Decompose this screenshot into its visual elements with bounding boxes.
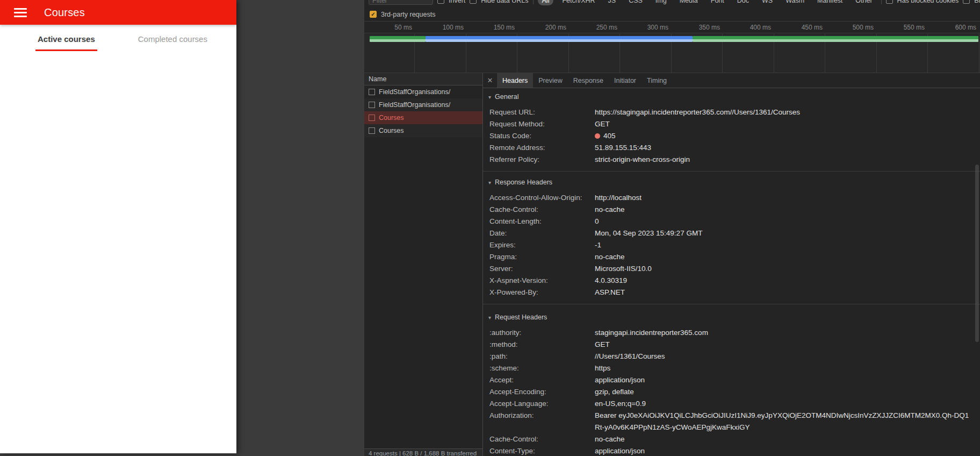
filter-type-js[interactable]: JS	[604, 0, 621, 5]
timeline-tick-label: 600 ms	[936, 24, 976, 31]
hide-data-urls-checkbox[interactable]	[470, 0, 477, 4]
filter-type-font[interactable]: Font	[707, 0, 729, 5]
gridline	[979, 34, 979, 73]
overview-bar-blue	[426, 36, 693, 42]
tab-active-courses[interactable]: Active courses	[35, 25, 97, 51]
request-row-selected[interactable]: Courses	[364, 111, 482, 124]
network-summary-bar: 4 requests | 628 B / 1,688 B transferred	[364, 448, 482, 456]
section-general[interactable]: ▾ General	[483, 90, 980, 103]
chevron-down-icon: ▾	[488, 180, 491, 186]
header-row: :authority: stagingapi.incidentreporter3…	[483, 327, 980, 339]
header-row: Cache-Control: no-cache	[483, 204, 980, 216]
timeline-tick-label: 250 ms	[578, 24, 617, 31]
document-icon	[369, 115, 375, 121]
timeline-tick-label: 200 ms	[527, 24, 566, 31]
header-row: Request URL: https://stagingapi.incident…	[483, 106, 980, 118]
header-row: Server: Microsoft-IIS/10.0	[483, 263, 980, 275]
third-party-checkbox[interactable]: ✓	[370, 11, 377, 18]
header-value: Mon, 04 Sep 2023 15:49:27 GMT	[595, 227, 702, 239]
header-row: Access-Control-Allow-Origin: http://loca…	[483, 192, 980, 204]
timeline-tick-label: 500 ms	[834, 24, 874, 31]
header-row: Expires: -1	[483, 239, 980, 251]
invert-checkbox[interactable]	[437, 0, 444, 4]
request-row[interactable]: Courses	[364, 124, 482, 137]
blocked-requests-label: Blocked Requests	[974, 0, 980, 4]
section-response-headers[interactable]: ▾ Response Headers	[483, 176, 980, 189]
section-title: General	[495, 93, 518, 101]
network-main-area: Name FieldStaffOrganisations/ FieldStaff…	[364, 73, 980, 456]
overview-bar-green	[370, 36, 426, 42]
response-header-rows: Access-Control-Allow-Origin: http://loca…	[483, 192, 980, 298]
filter-type-all[interactable]: All	[538, 0, 554, 5]
filter-type-fetch-xhr[interactable]: Fetch/XHR	[558, 0, 599, 5]
name-column-header[interactable]: Name	[364, 73, 482, 86]
filter-type-css[interactable]: CSS	[624, 0, 647, 5]
tab-timing[interactable]: Timing	[642, 73, 672, 88]
waterfall-overview[interactable]	[364, 34, 980, 73]
menu-button[interactable]	[14, 8, 27, 17]
network-filter-input[interactable]	[369, 0, 433, 5]
filter-type-doc[interactable]: Doc	[733, 0, 753, 5]
timeline-tick-label: 400 ms	[731, 24, 771, 31]
has-blocked-cookies-label: Has blocked cookies	[897, 0, 959, 4]
details-tab-bar: ✕ Headers Preview Response Initiator Tim…	[483, 73, 980, 88]
header-value: no-cache	[595, 251, 625, 263]
timeline-tick-label: 100 ms	[424, 24, 464, 31]
tab-response[interactable]: Response	[568, 73, 609, 88]
request-row[interactable]: FieldStaffOrganisations/	[364, 98, 482, 111]
request-list: Name FieldStaffOrganisations/ FieldStaff…	[364, 73, 483, 456]
close-icon[interactable]: ✕	[483, 73, 497, 88]
status-error-dot	[595, 133, 600, 139]
header-name: Accept-Language:	[489, 398, 595, 410]
tab-headers[interactable]: Headers	[497, 73, 533, 88]
header-name: Status Code:	[489, 130, 595, 142]
chevron-down-icon: ▾	[488, 94, 491, 100]
header-value: application/json	[595, 445, 645, 456]
header-value: http://localhost	[595, 192, 642, 204]
document-icon	[369, 127, 375, 134]
header-value: stagingapi.incidentreporter365.com	[595, 327, 708, 339]
header-name: Pragma:	[489, 251, 595, 263]
blocked-requests-checkbox[interactable]	[963, 0, 970, 4]
request-header-rows: :authority: stagingapi.incidentreporter3…	[483, 327, 980, 456]
filter-type-ws[interactable]: WS	[758, 0, 777, 5]
check-icon: ✓	[371, 11, 375, 17]
filter-type-manifest[interactable]: Manifest	[813, 0, 847, 5]
third-party-row: ✓ 3rd-party requests	[364, 8, 980, 22]
document-icon	[369, 102, 375, 108]
header-value: gzip, deflate	[595, 386, 634, 398]
tab-preview[interactable]: Preview	[533, 73, 567, 88]
header-name: Remote Address:	[489, 142, 595, 154]
timeline-tick-label: 300 ms	[629, 24, 668, 31]
header-value: strict-origin-when-cross-origin	[595, 154, 690, 166]
filter-type-wasm[interactable]: Wasm	[781, 0, 809, 5]
header-row: Content-Length: 0	[483, 216, 980, 227]
header-name: Referrer Policy:	[489, 154, 595, 166]
header-row: Remote Address: 51.89.155.15:443	[483, 142, 980, 154]
header-value: https	[595, 362, 610, 374]
header-value: GET	[595, 118, 610, 130]
filter-type-media[interactable]: Media	[675, 0, 702, 5]
header-row: X-Powered-By: ASP.NET	[483, 287, 980, 298]
tab-initiator[interactable]: Initiator	[609, 73, 642, 88]
status-code-value: 405	[603, 132, 616, 140]
tab-completed-courses[interactable]: Completed courses	[136, 25, 210, 51]
header-value: Microsoft-IIS/10.0	[595, 263, 652, 275]
filter-type-img[interactable]: Img	[651, 0, 671, 5]
menu-icon	[14, 8, 27, 10]
request-row[interactable]: FieldStaffOrganisations/	[364, 86, 482, 98]
header-name: Request Method:	[489, 118, 595, 130]
header-name: X-Powered-By:	[489, 287, 595, 298]
header-name: :scheme:	[489, 362, 595, 374]
filter-type-other[interactable]: Other	[851, 0, 876, 5]
header-value: no-cache	[595, 433, 625, 445]
header-name: Expires:	[489, 239, 595, 251]
header-row: :method: GET	[483, 339, 980, 351]
section-request-headers[interactable]: ▾ Request Headers	[483, 311, 980, 324]
header-name: Content-Length:	[489, 216, 595, 227]
has-blocked-cookies-checkbox[interactable]	[886, 0, 893, 4]
overview-bar-green	[693, 36, 978, 42]
header-row: Status Code: 405	[483, 130, 980, 142]
scrollbar-thumb[interactable]	[975, 165, 979, 342]
header-row: X-Aspnet-Version: 4.0.30319	[483, 275, 980, 287]
